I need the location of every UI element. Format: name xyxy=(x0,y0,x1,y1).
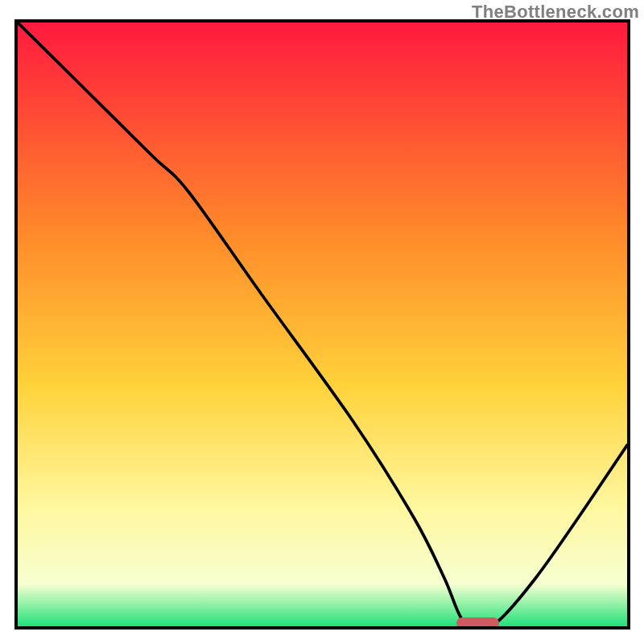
curve-svg xyxy=(18,23,627,626)
watermark-text: TheBottleneck.com xyxy=(472,2,639,23)
bottleneck-plot xyxy=(14,19,630,630)
optimal-range-marker xyxy=(456,617,499,629)
bottleneck-curve xyxy=(18,23,627,626)
stage: TheBottleneck.com xyxy=(0,0,644,644)
